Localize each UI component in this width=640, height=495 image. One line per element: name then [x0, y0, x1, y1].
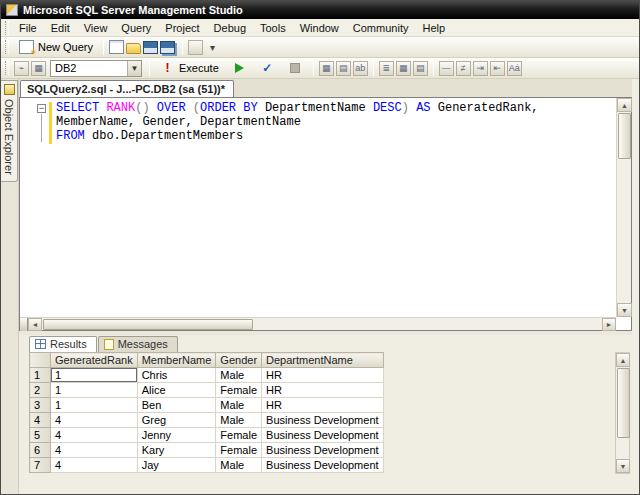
grid-cell[interactable]: Kary [137, 443, 216, 458]
grid-cell[interactable]: 1 [51, 383, 138, 398]
new-document-icon[interactable] [109, 40, 124, 54]
grid-cell[interactable]: Business Development [262, 413, 384, 428]
tab-messages[interactable]: Messages [98, 336, 178, 352]
grid-cell[interactable]: Male [216, 398, 262, 413]
indent-icon[interactable]: ⇥ [473, 61, 488, 76]
scrollbar-thumb[interactable] [617, 368, 630, 438]
grid-cell[interactable]: Male [216, 458, 262, 473]
grid-cell[interactable]: Jay [137, 458, 216, 473]
grid-cell[interactable]: 1 [51, 398, 138, 413]
uncomment-icon[interactable]: ≠ [456, 61, 471, 76]
row-header[interactable]: 6 [30, 443, 51, 458]
menu-debug[interactable]: Debug [207, 20, 253, 36]
menu-view[interactable]: View [77, 20, 115, 36]
execute-button[interactable]: ! Execute [155, 59, 224, 78]
grid-cell[interactable]: Female [216, 383, 262, 398]
row-header[interactable]: 5 [30, 428, 51, 443]
grid-cell[interactable]: 4 [51, 428, 138, 443]
grid-cell[interactable]: Ben [137, 398, 216, 413]
row-header[interactable]: 4 [30, 413, 51, 428]
grid-cell[interactable]: Greg [137, 413, 216, 428]
results-to-text-icon[interactable]: ≣ [379, 61, 394, 76]
grid-cell[interactable]: Male [216, 413, 262, 428]
template-parameters-icon[interactable]: Aȧ [507, 61, 522, 76]
grid-cell[interactable]: Business Development [262, 443, 384, 458]
menu-community[interactable]: Community [346, 20, 416, 36]
scroll-down-icon[interactable]: ▼ [616, 459, 630, 473]
menu-project[interactable]: Project [158, 20, 206, 36]
scrollbar-thumb[interactable] [43, 319, 253, 330]
grid-cell[interactable]: 4 [51, 413, 138, 428]
grid-cell[interactable]: HR [262, 383, 384, 398]
cancel-query-button[interactable] [282, 61, 308, 75]
sql-editor[interactable]: − SELECT RANK() OVER (ORDER BY Departmen… [19, 97, 632, 330]
row-header[interactable]: 2 [30, 383, 51, 398]
grid-cell[interactable]: Jenny [137, 428, 216, 443]
scroll-left-icon[interactable]: ◄ [28, 318, 42, 331]
available-databases-combo[interactable]: DB2 ▼ [50, 60, 142, 77]
outdent-icon[interactable]: ⇤ [490, 61, 505, 76]
scroll-up-icon[interactable]: ▲ [616, 353, 630, 367]
code-surface[interactable]: − SELECT RANK() OVER (ORDER BY Departmen… [20, 98, 616, 317]
debug-button[interactable] [226, 61, 253, 75]
scrollbar-thumb[interactable] [618, 113, 631, 159]
object-explorer-tab[interactable]: Object Explorer [1, 80, 18, 182]
row-header[interactable]: 3 [30, 398, 51, 413]
grid-cell[interactable]: Business Development [262, 458, 384, 473]
menu-tools[interactable]: Tools [253, 20, 293, 36]
open-file-icon[interactable] [126, 43, 141, 54]
toolbar-grip[interactable] [5, 61, 9, 75]
tab-results[interactable]: Results [29, 336, 97, 353]
grid-cell[interactable]: 4 [51, 443, 138, 458]
available-databases-icon[interactable]: ▦ [31, 61, 46, 76]
menu-query[interactable]: Query [114, 20, 158, 36]
grid-cell[interactable]: Male [216, 368, 262, 383]
grid-cell[interactable]: HR [262, 368, 384, 383]
document-tab-sqlquery2[interactable]: SQLQuery2.sql - J...-PC.DB2 (sa (51))* [20, 80, 234, 97]
menubar-grip[interactable] [5, 21, 9, 35]
grid-cell[interactable]: Female [216, 443, 262, 458]
combo-dropdown-icon[interactable]: ▼ [127, 61, 141, 76]
display-estimated-plan-icon[interactable]: ▦ [319, 61, 334, 76]
scroll-down-icon[interactable]: ▼ [617, 303, 632, 317]
results-vertical-scrollbar[interactable]: ▲ ▼ [615, 352, 630, 474]
editor-vertical-scrollbar[interactable]: ▲ ▼ [616, 98, 631, 317]
new-query-button[interactable]: New Query [14, 38, 98, 56]
menu-window[interactable]: Window [293, 20, 346, 36]
column-header-departmentname[interactable]: DepartmentName [262, 353, 384, 368]
code-line[interactable]: SELECT RANK() OVER (ORDER BY DepartmentN… [56, 101, 616, 115]
toolbar-options-dropdown-icon[interactable]: ▾ [205, 40, 220, 55]
scroll-right-icon[interactable]: ► [602, 318, 616, 331]
menu-file[interactable]: File [12, 20, 44, 36]
column-header-gender[interactable]: Gender [216, 353, 262, 368]
editor-horizontal-scrollbar[interactable]: ◄ ► [20, 317, 616, 330]
row-header[interactable]: 1 [30, 368, 51, 383]
grid-corner-cell[interactable] [30, 353, 51, 368]
column-header-generatedrank[interactable]: GeneratedRank [51, 353, 138, 368]
scroll-up-icon[interactable]: ▲ [617, 98, 632, 112]
menu-help[interactable]: Help [415, 20, 452, 36]
comment-icon[interactable]: — [439, 61, 454, 76]
splitter-box[interactable] [20, 318, 28, 331]
column-header-membername[interactable]: MemberName [137, 353, 216, 368]
code-fold-toggle[interactable]: − [37, 104, 46, 113]
grid-cell[interactable]: Business Development [262, 428, 384, 443]
results-to-file-icon[interactable]: ▤ [413, 61, 428, 76]
grid-cell[interactable]: Female [216, 428, 262, 443]
grid-cell[interactable]: 4 [51, 458, 138, 473]
change-connection-icon[interactable]: ⌁ [14, 61, 29, 76]
code-line[interactable]: FROM dbo.DepartmentMembers [56, 129, 616, 143]
query-options-icon[interactable]: ▤ [336, 61, 351, 76]
menu-edit[interactable]: Edit [44, 20, 77, 36]
intellisense-enabled-icon[interactable]: ab [353, 61, 368, 76]
save-icon[interactable] [143, 41, 158, 54]
grid-cell[interactable]: Chris [137, 368, 216, 383]
grid-cell[interactable]: 1 [51, 368, 138, 383]
grid-cell[interactable]: Alice [137, 383, 216, 398]
source-control-icon[interactable] [188, 40, 203, 55]
grid-cell[interactable]: HR [262, 398, 384, 413]
save-all-icon[interactable] [160, 41, 175, 54]
parse-button[interactable]: ✓ [255, 59, 280, 78]
code-line[interactable]: MemberName, Gender, DepartmentName [56, 115, 616, 129]
row-header[interactable]: 7 [30, 458, 51, 473]
